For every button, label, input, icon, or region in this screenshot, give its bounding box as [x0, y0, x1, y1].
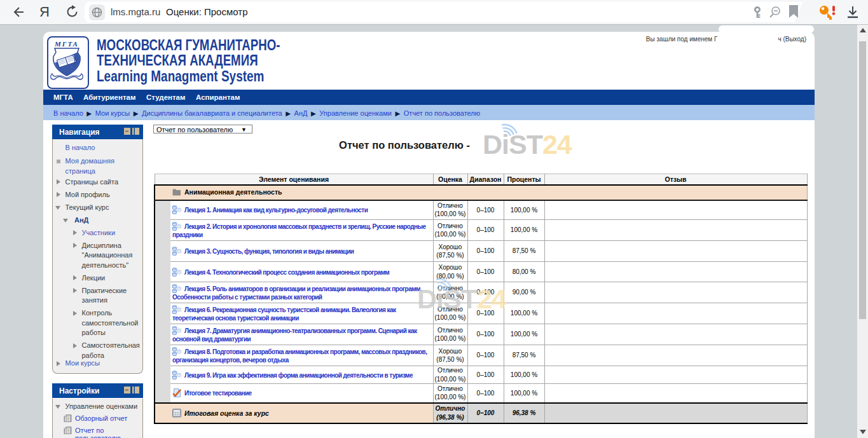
- svg-text:МГТА: МГТА: [54, 40, 79, 48]
